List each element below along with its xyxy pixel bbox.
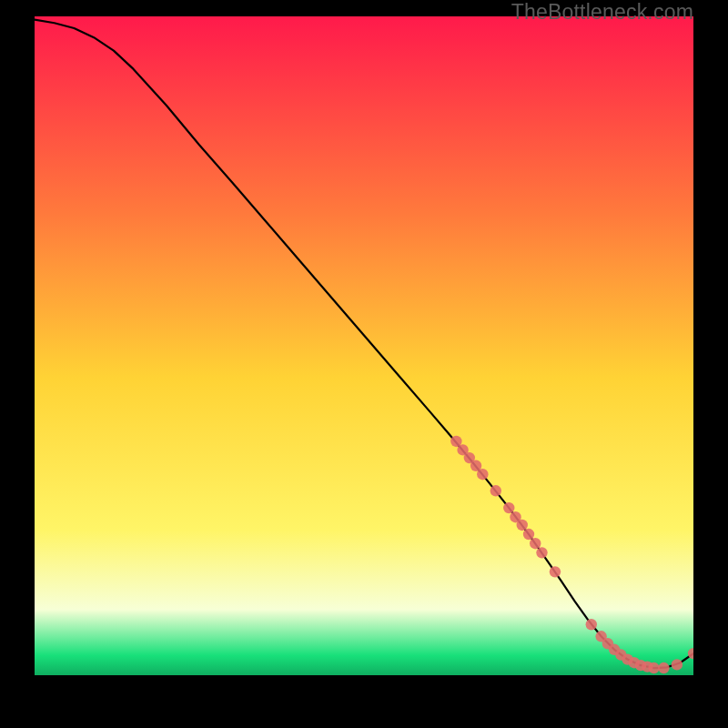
data-marker — [530, 538, 541, 549]
data-marker — [477, 469, 488, 480]
data-marker — [586, 619, 597, 630]
chart-plot-area — [35, 16, 693, 675]
chart-stage: TheBottleneck.com — [0, 0, 728, 728]
data-marker — [672, 659, 682, 670]
data-marker — [503, 502, 514, 513]
watermark-text: TheBottleneck.com — [511, 0, 693, 25]
data-marker — [517, 520, 528, 531]
chart-svg — [35, 16, 693, 675]
data-marker — [648, 662, 659, 673]
data-marker — [536, 547, 547, 558]
gradient-background — [35, 16, 693, 675]
data-marker — [523, 529, 534, 540]
data-marker — [550, 566, 561, 577]
data-marker — [490, 485, 501, 496]
data-marker — [658, 662, 669, 673]
